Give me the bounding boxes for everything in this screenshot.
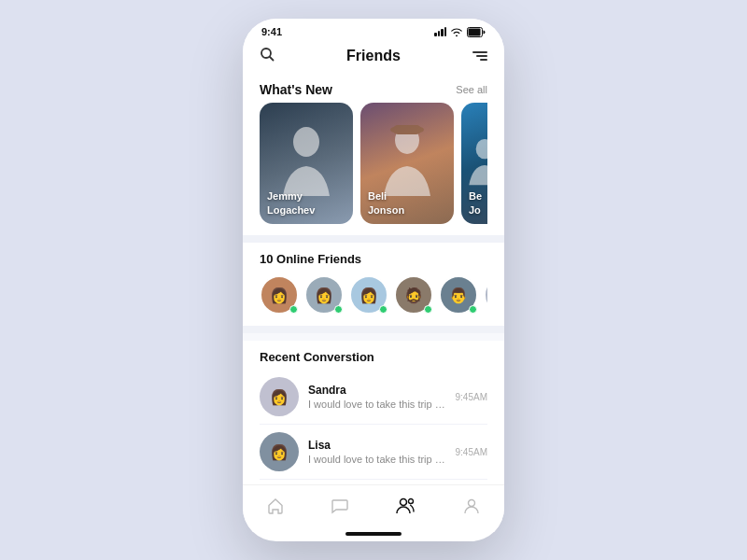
conversation-item-lisa[interactable]: 👩 Lisa I would love to take this trip wi… bbox=[260, 425, 487, 480]
signal-icon bbox=[434, 27, 446, 36]
online-avatar-6[interactable]: 👤 bbox=[484, 275, 487, 315]
svg-point-4 bbox=[293, 127, 319, 157]
header: Friends bbox=[243, 41, 504, 73]
online-avatar-2[interactable]: 👩 bbox=[304, 275, 344, 315]
page-title: Friends bbox=[346, 48, 401, 64]
story-card-2-label: BeliJonson bbox=[368, 189, 404, 217]
online-dot bbox=[379, 305, 388, 314]
conv-preview-sandra: I would love to take this trip with ... bbox=[308, 399, 446, 410]
home-icon bbox=[266, 497, 285, 515]
status-bar: 9:41 bbox=[243, 19, 504, 41]
conv-meta-sandra: 9:45AM bbox=[456, 392, 487, 402]
profile-icon bbox=[462, 497, 481, 515]
svg-point-8 bbox=[476, 139, 487, 159]
story-card-1-label: JemmyLogachev bbox=[267, 189, 315, 217]
search-button[interactable] bbox=[260, 47, 275, 65]
svg-point-11 bbox=[469, 500, 475, 507]
online-avatar-3[interactable]: 👩 bbox=[349, 275, 388, 315]
recent-conversations-section: Recent Converstion 👩 Sandra I would love… bbox=[243, 341, 504, 484]
svg-line-3 bbox=[270, 57, 274, 61]
content-area: What's New See all JemmyLogachev bbox=[243, 73, 504, 484]
chat-icon bbox=[331, 497, 349, 515]
online-avatar-4[interactable]: 🧔 bbox=[394, 275, 433, 315]
online-avatar-5[interactable]: 👨 bbox=[439, 275, 478, 315]
svg-rect-7 bbox=[393, 125, 421, 134]
conversation-item-sandra[interactable]: 👩 Sandra I would love to take this trip … bbox=[260, 370, 487, 425]
online-dot bbox=[289, 305, 298, 314]
conv-name-lisa: Lisa bbox=[308, 439, 446, 452]
story-card-3-label: BeJo bbox=[469, 189, 482, 217]
online-avatars-row: 👩 👩 👩 bbox=[260, 275, 487, 315]
nav-chat[interactable] bbox=[321, 495, 359, 517]
wifi-icon bbox=[450, 27, 463, 36]
filter-button[interactable] bbox=[472, 51, 487, 61]
nav-home[interactable] bbox=[257, 495, 294, 517]
divider-2 bbox=[243, 326, 504, 333]
see-all-button[interactable]: See all bbox=[456, 84, 487, 95]
online-dot bbox=[469, 305, 477, 314]
online-avatar-1[interactable]: 👩 bbox=[260, 275, 299, 315]
story-card-1[interactable]: JemmyLogachev bbox=[260, 103, 353, 224]
online-friends-section: 10 Online Friends 👩 👩 👩 bbox=[243, 243, 504, 326]
conv-time-sandra: 9:45AM bbox=[456, 392, 487, 402]
friends-icon bbox=[396, 497, 416, 515]
home-indicator bbox=[345, 532, 402, 536]
story-cards-container: JemmyLogachev BeliJonson bbox=[243, 103, 504, 235]
status-time: 9:41 bbox=[261, 26, 282, 37]
svg-point-9 bbox=[400, 499, 406, 506]
story-card-3[interactable]: BeJo bbox=[461, 103, 487, 224]
recent-title: Recent Converstion bbox=[260, 350, 487, 364]
conv-meta-lisa: 9:45AM bbox=[456, 447, 487, 457]
online-friends-title: 10 Online Friends bbox=[260, 252, 487, 266]
conv-preview-lisa: I would love to take this trip with ... bbox=[308, 454, 446, 465]
online-dot bbox=[334, 305, 343, 314]
conv-text-lisa: Lisa I would love to take this trip with… bbox=[308, 439, 446, 465]
conv-name-sandra: Sandra bbox=[308, 384, 446, 397]
nav-profile[interactable] bbox=[453, 495, 490, 517]
whats-new-title: What's New bbox=[260, 82, 332, 97]
svg-rect-1 bbox=[469, 28, 481, 35]
bottom-nav bbox=[243, 484, 504, 532]
svg-point-10 bbox=[408, 499, 413, 504]
story-cards-scroll: JemmyLogachev BeliJonson bbox=[260, 103, 487, 224]
nav-friends[interactable] bbox=[387, 495, 426, 517]
status-icons bbox=[434, 27, 486, 37]
phone-frame: 9:41 bbox=[243, 19, 504, 541]
conv-time-lisa: 9:45AM bbox=[456, 447, 487, 457]
divider-1 bbox=[243, 235, 504, 243]
conv-text-sandra: Sandra I would love to take this trip wi… bbox=[308, 384, 446, 410]
battery-icon bbox=[467, 27, 486, 37]
whats-new-header: What's New See all bbox=[243, 73, 504, 103]
online-dot bbox=[424, 305, 432, 314]
story-card-2[interactable]: BeliJonson bbox=[360, 103, 454, 224]
